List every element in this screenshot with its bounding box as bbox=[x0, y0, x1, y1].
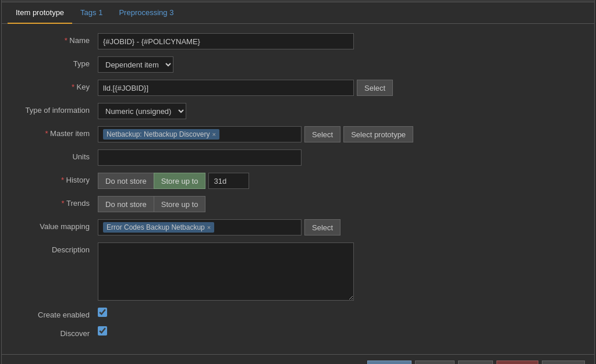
value-mapping-tag-close[interactable]: × bbox=[207, 224, 211, 231]
form-body: Name Type Dependent item Zabbix agent SN… bbox=[2, 24, 594, 354]
history-control: Do not store Store up to bbox=[98, 173, 583, 189]
cancel-button[interactable]: Cancel bbox=[542, 361, 585, 364]
value-mapping-row: Value mapping Error Codes Backup Netback… bbox=[13, 219, 583, 235]
master-item-control: Netbackup: Netbackup Discovery × Select … bbox=[98, 126, 583, 142]
master-item-tag-close[interactable]: × bbox=[212, 131, 215, 138]
name-row: Name bbox=[13, 33, 583, 49]
discover-checkbox[interactable] bbox=[98, 326, 107, 336]
value-mapping-tag-input: Error Codes Backup Netbackup × bbox=[98, 219, 301, 235]
description-label: Description bbox=[13, 242, 98, 254]
trends-store-up-to-button[interactable]: Store up to bbox=[154, 196, 206, 212]
description-row: Description bbox=[13, 242, 583, 301]
type-of-info-row: Type of information Numeric (unsigned) N… bbox=[13, 103, 583, 119]
trends-btn-group: Do not store Store up to bbox=[98, 196, 205, 212]
name-label: Name bbox=[13, 33, 98, 45]
tab-tags[interactable]: Tags 1 bbox=[72, 2, 111, 24]
key-input[interactable] bbox=[98, 80, 354, 96]
delete-button[interactable]: Delete bbox=[496, 361, 538, 364]
history-store-up-to-button[interactable]: Store up to bbox=[154, 173, 206, 189]
units-input[interactable] bbox=[98, 149, 301, 166]
history-do-not-store-button[interactable]: Do not store bbox=[98, 173, 154, 189]
tab-bar: Item prototype Tags 1 Preprocessing 3 bbox=[2, 2, 594, 24]
description-textarea[interactable] bbox=[98, 242, 354, 301]
trends-row: Trends Do not store Store up to bbox=[13, 196, 583, 212]
update-button[interactable]: Update bbox=[367, 361, 411, 364]
type-control: Dependent item Zabbix agent SNMP agent Z… bbox=[98, 56, 583, 73]
discover-label: Discover bbox=[13, 326, 98, 338]
history-label: History bbox=[13, 173, 98, 184]
history-value-input[interactable] bbox=[208, 173, 249, 189]
discover-checkbox-row bbox=[98, 326, 107, 336]
item-prototype-dialog: Item prototype ? × Item prototype Tags 1… bbox=[1, 0, 595, 364]
test-button[interactable]: Test bbox=[458, 361, 493, 364]
type-of-info-label: Type of information bbox=[13, 103, 98, 115]
type-select[interactable]: Dependent item Zabbix agent SNMP agent Z… bbox=[98, 56, 173, 73]
create-enabled-label: Create enabled bbox=[13, 308, 98, 319]
value-mapping-tag: Error Codes Backup Netbackup × bbox=[103, 222, 214, 233]
description-control bbox=[98, 242, 583, 301]
master-item-label: Master item bbox=[13, 126, 98, 138]
key-control: Select bbox=[98, 80, 583, 96]
units-row: Units bbox=[13, 149, 583, 166]
clone-button[interactable]: Clone bbox=[415, 361, 455, 364]
create-enabled-row: Create enabled bbox=[13, 308, 583, 319]
type-of-info-control: Numeric (unsigned) Numeric (float) Chara… bbox=[98, 103, 583, 119]
create-enabled-control bbox=[98, 308, 583, 317]
master-item-tag-input: Netbackup: Netbackup Discovery × bbox=[98, 126, 301, 142]
tab-item-prototype[interactable]: Item prototype bbox=[8, 2, 72, 24]
create-enabled-checkbox[interactable] bbox=[98, 308, 107, 317]
trends-do-not-store-button[interactable]: Do not store bbox=[98, 196, 154, 212]
master-item-tag: Netbackup: Netbackup Discovery × bbox=[103, 129, 219, 140]
history-row: History Do not store Store up to bbox=[13, 173, 583, 189]
key-row: Key Select bbox=[13, 80, 583, 96]
history-btn-group: Do not store Store up to bbox=[98, 173, 205, 189]
value-mapping-label: Value mapping bbox=[13, 219, 98, 231]
master-select-button[interactable]: Select bbox=[304, 126, 340, 142]
discover-control bbox=[98, 326, 583, 336]
units-control bbox=[98, 149, 583, 166]
key-select-button[interactable]: Select bbox=[357, 80, 393, 96]
type-row: Type Dependent item Zabbix agent SNMP ag… bbox=[13, 56, 583, 73]
units-label: Units bbox=[13, 149, 98, 161]
name-control bbox=[98, 33, 583, 49]
key-label: Key bbox=[13, 80, 98, 91]
create-enabled-checkbox-row bbox=[98, 308, 107, 317]
master-select-prototype-button[interactable]: Select prototype bbox=[343, 126, 413, 142]
type-of-info-select[interactable]: Numeric (unsigned) Numeric (float) Chara… bbox=[98, 103, 186, 119]
name-input[interactable] bbox=[98, 33, 354, 49]
value-mapping-select-button[interactable]: Select bbox=[304, 219, 340, 235]
trends-control: Do not store Store up to bbox=[98, 196, 583, 212]
tab-preprocessing[interactable]: Preprocessing 3 bbox=[111, 2, 182, 24]
master-item-row: Master item Netbackup: Netbackup Discove… bbox=[13, 126, 583, 142]
dialog-footer: Update Clone Test Delete Cancel bbox=[2, 354, 594, 364]
type-label: Type bbox=[13, 56, 98, 68]
discover-row: Discover bbox=[13, 326, 583, 338]
trends-label: Trends bbox=[13, 196, 98, 208]
value-mapping-control: Error Codes Backup Netbackup × Select bbox=[98, 219, 583, 235]
